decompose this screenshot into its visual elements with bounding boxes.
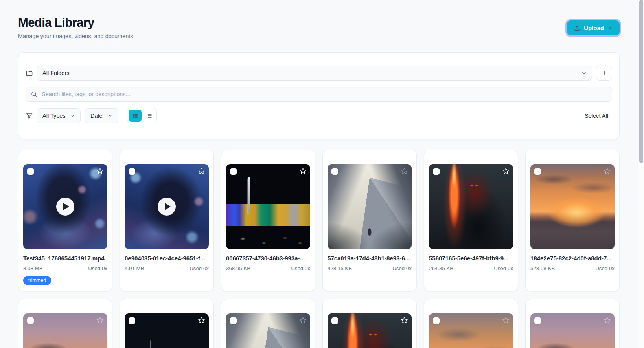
select-checkbox[interactable] bbox=[534, 317, 541, 324]
play-overlay[interactable] bbox=[125, 164, 209, 249]
select-checkbox[interactable] bbox=[433, 317, 440, 324]
favorite-star-icon[interactable] bbox=[502, 316, 510, 326]
scrollbar-thumb[interactable] bbox=[639, 0, 643, 163]
add-folder-button[interactable] bbox=[596, 66, 612, 81]
media-card[interactable]: 57ca019a-17d4-48b1-8e93-6... 428.15 KB U… bbox=[322, 150, 417, 291]
sort-filter-select[interactable]: Date bbox=[85, 108, 118, 123]
toolbar-card: All Folders bbox=[18, 52, 620, 139]
file-meta: 3.08 MB Used 0x bbox=[23, 266, 107, 271]
media-card[interactable]: 0e904035-01ec-4ce4-9651-f... 4.91 MB Use… bbox=[120, 150, 214, 291]
file-meta: 428.15 KB Used 0x bbox=[328, 266, 412, 271]
usage-count: Used 0x bbox=[88, 266, 107, 271]
filters-row: All Types Date bbox=[26, 108, 612, 123]
file-size: 3.08 MB bbox=[23, 266, 43, 271]
select-checkbox[interactable] bbox=[230, 168, 237, 175]
media-card[interactable] bbox=[525, 299, 620, 348]
media-card[interactable]: 00667357-4730-46b3-993a-... 368.95 KB Us… bbox=[221, 150, 315, 291]
file-name: 184e2e75-82c2-4d0f-a8dd-7... bbox=[530, 255, 615, 262]
upload-button-label: Upload bbox=[584, 25, 604, 31]
chevron-down-icon bbox=[70, 113, 75, 119]
folder-select[interactable]: All Folders bbox=[37, 66, 592, 81]
play-overlay[interactable] bbox=[23, 164, 107, 249]
file-name: 55607165-5e6e-497f-bfb9-9... bbox=[429, 255, 513, 262]
thumbnail bbox=[429, 164, 513, 249]
select-checkbox[interactable] bbox=[433, 168, 440, 175]
view-toggle bbox=[127, 108, 157, 123]
media-card[interactable]: 184e2e75-82c2-4d0f-a8dd-7... 528.08 KB U… bbox=[525, 150, 620, 291]
file-meta: 4.91 MB Used 0x bbox=[125, 266, 209, 271]
search-field-wrap bbox=[26, 87, 612, 102]
media-grid: Test345_1768654451917.mp4 3.08 MB Used 0… bbox=[18, 150, 620, 348]
favorite-star-icon[interactable] bbox=[603, 316, 611, 326]
thumbnail bbox=[125, 164, 209, 249]
type-filter-value: All Types bbox=[42, 113, 66, 119]
file-name: Test345_1768654451917.mp4 bbox=[23, 255, 107, 262]
media-card[interactable] bbox=[221, 299, 315, 348]
media-card[interactable] bbox=[120, 299, 214, 348]
folder-select-value: All Folders bbox=[42, 70, 70, 76]
file-size: 528.08 KB bbox=[530, 266, 555, 271]
plus-icon bbox=[601, 70, 608, 77]
page-header-text: Media Library Manage your images, videos… bbox=[18, 16, 133, 39]
favorite-star-icon[interactable] bbox=[299, 167, 307, 176]
file-meta: 264.35 KB Used 0x bbox=[429, 266, 513, 271]
select-checkbox[interactable] bbox=[331, 317, 338, 324]
file-name: 00667357-4730-46b3-993a-... bbox=[226, 255, 310, 262]
status-badge: trimmed bbox=[23, 276, 51, 285]
search-row bbox=[26, 87, 612, 102]
usage-count: Used 0x bbox=[595, 266, 615, 271]
chevron-down-icon bbox=[107, 113, 113, 119]
vertical-scrollbar[interactable] bbox=[638, 0, 644, 348]
select-checkbox[interactable] bbox=[27, 317, 34, 324]
upload-button[interactable]: Upload bbox=[567, 20, 620, 35]
file-meta: 528.08 KB Used 0x bbox=[530, 266, 615, 271]
media-card[interactable]: 55607165-5e6e-497f-bfb9-9... 264.35 KB U… bbox=[424, 150, 518, 291]
search-input[interactable] bbox=[26, 87, 612, 102]
thumbnail bbox=[226, 313, 310, 348]
file-size: 4.91 MB bbox=[125, 266, 144, 271]
media-card[interactable]: Test345_1768654451917.mp4 3.08 MB Used 0… bbox=[18, 150, 112, 291]
thumbnail bbox=[23, 164, 107, 249]
upload-icon bbox=[574, 25, 580, 31]
page-header: Media Library Manage your images, videos… bbox=[18, 16, 620, 39]
select-checkbox[interactable] bbox=[129, 317, 135, 324]
media-card[interactable] bbox=[18, 299, 112, 348]
play-icon bbox=[56, 198, 74, 216]
media-card[interactable] bbox=[322, 299, 417, 348]
favorite-star-icon[interactable] bbox=[299, 316, 307, 326]
file-name: 0e904035-01ec-4ce4-9651-f... bbox=[125, 255, 209, 262]
favorite-star-icon[interactable] bbox=[502, 167, 510, 176]
chevron-down-icon bbox=[581, 70, 587, 76]
thumbnail bbox=[530, 164, 615, 249]
media-card[interactable] bbox=[424, 299, 518, 348]
usage-count: Used 0x bbox=[291, 266, 310, 271]
select-checkbox[interactable] bbox=[331, 168, 338, 175]
favorite-star-icon[interactable] bbox=[96, 316, 104, 326]
favorite-star-icon[interactable] bbox=[197, 316, 206, 326]
select-checkbox[interactable] bbox=[534, 168, 541, 175]
thumbnail bbox=[23, 313, 107, 348]
media-library-page: Media Library Manage your images, videos… bbox=[18, 0, 620, 348]
thumbnail bbox=[125, 313, 209, 348]
thumbnail bbox=[328, 164, 412, 249]
chevron-down-icon bbox=[607, 25, 613, 31]
list-view-icon bbox=[146, 113, 152, 119]
grid-view-icon bbox=[132, 113, 138, 119]
usage-count: Used 0x bbox=[392, 266, 412, 271]
grid-view-button[interactable] bbox=[129, 110, 142, 122]
file-size: 368.95 KB bbox=[226, 266, 250, 271]
page-subtitle: Manage your images, videos, and document… bbox=[18, 33, 133, 39]
select-checkbox[interactable] bbox=[230, 317, 237, 324]
file-meta: 368.95 KB Used 0x bbox=[226, 266, 310, 271]
type-filter-select[interactable]: All Types bbox=[37, 108, 81, 123]
thumbnail bbox=[530, 313, 615, 348]
folder-icon bbox=[26, 70, 33, 77]
thumbnail bbox=[429, 313, 513, 348]
list-view-button[interactable] bbox=[142, 110, 155, 122]
select-all-button[interactable]: Select All bbox=[585, 113, 608, 119]
file-size: 264.35 KB bbox=[429, 266, 453, 271]
favorite-star-icon[interactable] bbox=[400, 167, 408, 176]
favorite-star-icon[interactable] bbox=[603, 167, 611, 176]
favorite-star-icon[interactable] bbox=[400, 316, 408, 326]
thumbnail bbox=[328, 313, 412, 348]
